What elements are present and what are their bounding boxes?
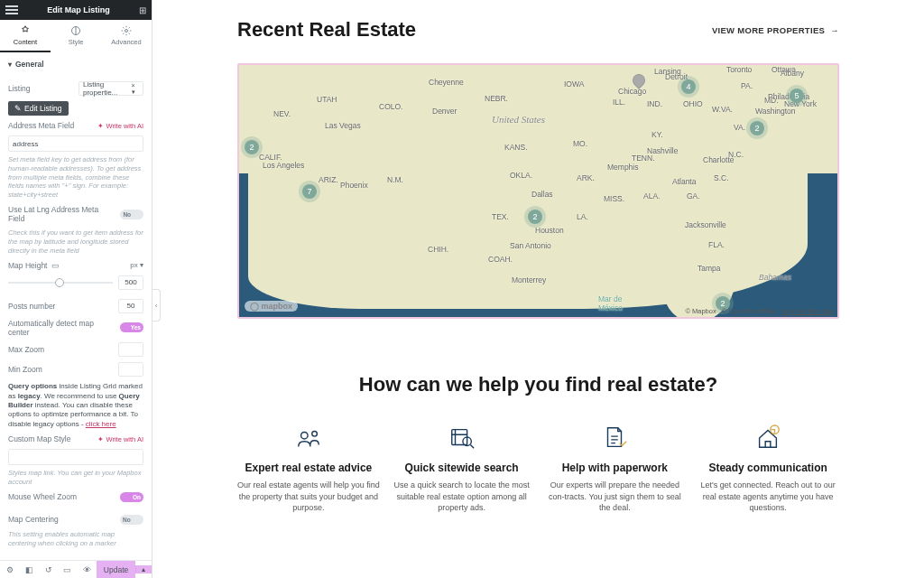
latlng-toggle[interactable]: No bbox=[120, 210, 143, 219]
label-city: Toronto bbox=[726, 65, 752, 74]
map-height-unit[interactable]: px ▾ bbox=[130, 261, 143, 269]
view-more-link[interactable]: VIEW MORE PROPERTIES→ bbox=[712, 25, 839, 35]
max-zoom-label: Max Zoom bbox=[8, 345, 44, 354]
disable-legacy-link[interactable]: click here bbox=[86, 420, 116, 428]
label-state: ILL. bbox=[613, 98, 625, 107]
label-state: ALA. bbox=[643, 191, 660, 200]
update-expand[interactable]: ▴ bbox=[135, 565, 152, 573]
latlng-label: Use Lat Lng Address Meta Field bbox=[8, 205, 115, 223]
wheel-zoom-toggle[interactable]: On bbox=[120, 492, 143, 502]
custom-style-help: Styles map link. You can get in your Map… bbox=[8, 469, 143, 487]
arrow-right-icon: → bbox=[830, 25, 839, 35]
label-city: Jacksonville bbox=[685, 220, 726, 229]
label-state: OHIO bbox=[683, 99, 703, 108]
label-state: MISS. bbox=[604, 194, 624, 203]
label-state: OKLA. bbox=[510, 171, 532, 180]
sidebar-topbar: Edit Map Listing ⊞ bbox=[0, 0, 152, 20]
label-state: KY. bbox=[651, 130, 663, 139]
ai-write-link-2[interactable]: Write with AI bbox=[97, 435, 143, 443]
sidebar-title: Edit Map Listing bbox=[18, 5, 139, 14]
max-zoom-input[interactable] bbox=[118, 342, 143, 357]
label-state: ARIZ. bbox=[319, 175, 338, 184]
label-state: TEX. bbox=[492, 212, 509, 221]
query-notice: Query options inside Listing Grid marked… bbox=[8, 382, 143, 429]
listing-select[interactable]: Listing propertie...× ▾ bbox=[79, 81, 143, 96]
card-communication: Steady communication Let's get connected… bbox=[697, 422, 839, 514]
map-height-slider[interactable] bbox=[8, 282, 113, 284]
preview-pane: Recent Real Estate VIEW MORE PROPERTIES→… bbox=[152, 0, 924, 578]
panel-body: ▾General Listing Listing propertie...× ▾… bbox=[0, 52, 152, 560]
label-city: Tampa bbox=[698, 264, 721, 273]
label-city: Chicago bbox=[618, 87, 646, 96]
label-city: Atlanta bbox=[672, 177, 696, 186]
responsive-icon[interactable]: ▭ bbox=[58, 565, 77, 574]
pencil-icon: ✎ bbox=[14, 104, 22, 113]
house-chat-icon bbox=[697, 422, 839, 454]
posts-number[interactable] bbox=[118, 299, 143, 313]
label-city: Denver bbox=[432, 107, 457, 116]
custom-style-label: Custom Map Style bbox=[8, 434, 70, 443]
custom-style-input[interactable] bbox=[8, 449, 143, 465]
cluster[interactable]: 5 bbox=[790, 89, 804, 103]
map-attribution: © Mapbox © OpenStreetMap Improve this ma… bbox=[681, 307, 834, 315]
document-icon bbox=[544, 422, 687, 454]
collapse-sidebar[interactable]: ‹ bbox=[152, 289, 161, 322]
tab-style[interactable]: Style bbox=[51, 20, 101, 52]
label-city: Las Vegas bbox=[325, 121, 361, 130]
label-state: PA. bbox=[741, 81, 753, 90]
label-state: S.C. bbox=[714, 173, 729, 182]
label-state: W.VA. bbox=[712, 105, 733, 114]
label-state: IND. bbox=[647, 99, 662, 108]
label-state: IOWA bbox=[564, 79, 584, 89]
label-state: FLA. bbox=[708, 240, 725, 249]
cluster[interactable]: 7 bbox=[302, 184, 317, 199]
label-state: UTAH bbox=[317, 95, 337, 104]
label-city: Monterrey bbox=[512, 275, 546, 284]
auto-center-label: Automatically detect map center bbox=[8, 319, 115, 337]
address-meta-input[interactable] bbox=[8, 135, 143, 152]
navigator-icon[interactable]: ◧ bbox=[19, 565, 38, 574]
update-button[interactable]: Update bbox=[97, 561, 135, 579]
history-icon[interactable]: ↺ bbox=[39, 565, 58, 574]
card-search: Quick sitewide search Use a quick search… bbox=[391, 422, 533, 514]
label-state: COLO. bbox=[379, 102, 402, 111]
label-city: Memphis bbox=[607, 163, 638, 172]
min-zoom-input[interactable] bbox=[118, 362, 143, 377]
apps-icon[interactable]: ⊞ bbox=[139, 5, 146, 15]
label-state: COAH. bbox=[488, 255, 513, 264]
label-state: ARK. bbox=[577, 173, 595, 182]
svg-point-2 bbox=[300, 432, 308, 439]
mapbox-logo: ◯ mapbox bbox=[245, 301, 298, 312]
cluster[interactable]: 2 bbox=[528, 210, 542, 224]
min-zoom-label: Min Zoom bbox=[8, 365, 42, 374]
ai-write-link[interactable]: Write with AI bbox=[97, 122, 143, 130]
cluster[interactable]: 2 bbox=[750, 121, 764, 135]
label-city: Albany bbox=[781, 69, 804, 78]
editor-tabs: Content Style Advanced bbox=[0, 20, 152, 52]
feature-cards: Expert real estate advice Our real estat… bbox=[237, 422, 839, 514]
preview-heading: Recent Real Estate bbox=[237, 18, 416, 42]
centering-toggle[interactable]: No bbox=[120, 515, 143, 525]
section-general[interactable]: ▾General bbox=[8, 52, 143, 76]
map-height-number[interactable] bbox=[118, 275, 143, 290]
cluster[interactable]: 2 bbox=[245, 140, 259, 154]
label-state: LA. bbox=[577, 212, 588, 221]
auto-center-toggle[interactable]: Yes bbox=[120, 322, 143, 332]
tab-advanced[interactable]: Advanced bbox=[101, 20, 152, 52]
edit-listing-button[interactable]: ✎Edit Listing bbox=[8, 101, 69, 116]
label-state: NEBR. bbox=[485, 94, 508, 103]
settings-icon[interactable]: ⚙ bbox=[0, 565, 19, 574]
cluster[interactable]: 4 bbox=[681, 79, 696, 94]
preview-icon[interactable]: 👁 bbox=[78, 565, 97, 574]
label-state: CHIH. bbox=[428, 245, 448, 254]
svg-point-3 bbox=[312, 432, 318, 437]
label-state: VA. bbox=[734, 123, 745, 132]
svg-point-1 bbox=[125, 29, 128, 32]
centering-help: This setting enables automatic map cente… bbox=[8, 530, 143, 548]
latlng-help: Check this if you want to get item addre… bbox=[8, 228, 143, 255]
tab-content[interactable]: Content bbox=[0, 20, 51, 52]
map[interactable]: United States UTAH COLO. KANS. MO. NEV. … bbox=[237, 63, 839, 319]
label-city: Houston bbox=[535, 226, 564, 235]
search-icon bbox=[391, 422, 533, 454]
menu-icon[interactable] bbox=[5, 4, 18, 16]
